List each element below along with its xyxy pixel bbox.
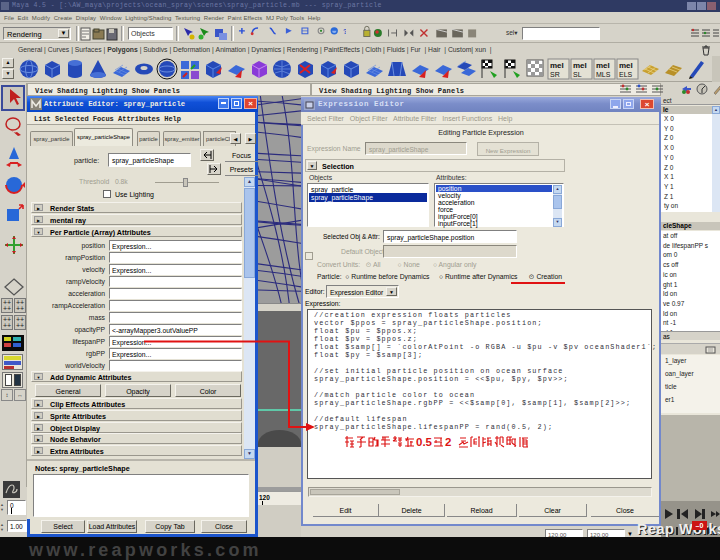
svg-text:mel: mel xyxy=(619,61,633,70)
svg-text:0.5: 0.5 xyxy=(416,436,433,448)
svg-text:mel: mel xyxy=(550,61,564,70)
svg-text:MLS: MLS xyxy=(596,71,611,78)
svg-text:?: ? xyxy=(343,27,346,36)
svg-text:mel: mel xyxy=(596,61,610,70)
svg-text:mel: mel xyxy=(573,61,587,70)
svg-text:SL: SL xyxy=(573,71,582,78)
svg-text:SR: SR xyxy=(550,71,560,78)
svg-text:ELS: ELS xyxy=(619,71,633,78)
svg-text:2: 2 xyxy=(445,436,451,448)
